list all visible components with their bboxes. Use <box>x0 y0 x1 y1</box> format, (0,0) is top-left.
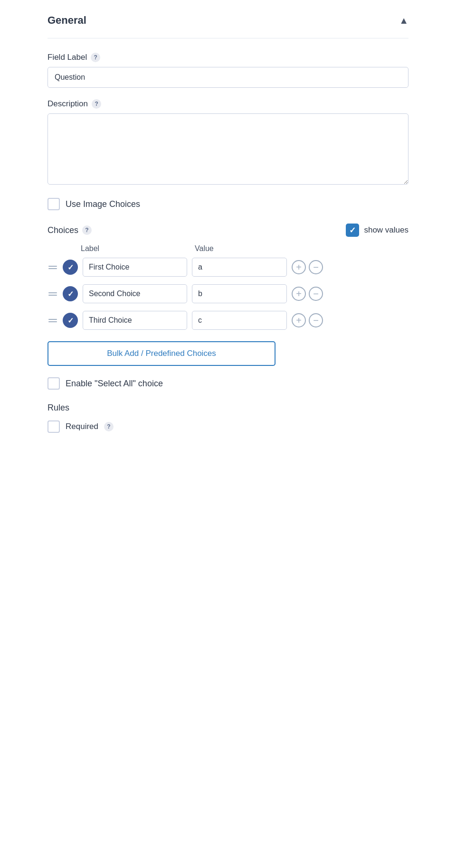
description-label-text: Description <box>48 99 88 109</box>
field-label-input[interactable] <box>48 67 408 88</box>
choice-row: + − <box>48 258 408 277</box>
description-header: Description ? <box>48 99 408 109</box>
choice-row: + − <box>48 311 408 330</box>
choice-check-icon-3[interactable] <box>63 313 78 328</box>
drag-handle-2[interactable] <box>48 290 58 298</box>
required-checkbox[interactable] <box>48 420 60 433</box>
section-title: General <box>48 14 86 27</box>
col-header-label: Label <box>81 244 190 253</box>
choice-label-input-2[interactable] <box>83 284 187 303</box>
collapse-icon[interactable]: ▲ <box>399 15 408 26</box>
choices-header: Choices ? show values <box>48 224 408 237</box>
field-label-group: Field Label ? <box>48 53 408 88</box>
rules-title: Rules <box>48 403 408 413</box>
rules-section: Rules Required ? <box>48 403 408 433</box>
choice-remove-button-2[interactable]: − <box>309 287 323 301</box>
required-help-icon[interactable]: ? <box>104 422 114 431</box>
choice-add-button-3[interactable]: + <box>292 313 306 327</box>
required-row: Required ? <box>48 420 408 433</box>
choice-check-icon-1[interactable] <box>63 260 78 275</box>
bulk-add-button[interactable]: Bulk Add / Predefined Choices <box>48 341 276 366</box>
use-image-choices-checkbox[interactable] <box>48 198 60 210</box>
section-header: General ▲ <box>48 14 408 38</box>
choices-help-icon[interactable]: ? <box>82 225 92 235</box>
drag-handle-3[interactable] <box>48 317 58 324</box>
choices-group: Choices ? show values Label Value + − <box>48 224 408 330</box>
use-image-choices-label: Use Image Choices <box>66 199 140 209</box>
enable-select-all-row: Enable "Select All" choice <box>48 377 408 390</box>
choice-add-button-1[interactable]: + <box>292 260 306 274</box>
show-values-group: show values <box>346 224 408 237</box>
choice-add-button-2[interactable]: + <box>292 287 306 301</box>
choice-actions-3: + − <box>292 313 323 327</box>
choice-label-input-3[interactable] <box>83 311 187 330</box>
choice-row: + − <box>48 284 408 303</box>
drag-handle-1[interactable] <box>48 264 58 271</box>
choices-label: Choices <box>48 225 78 235</box>
choice-value-input-1[interactable] <box>192 258 287 277</box>
field-label-text: Field Label <box>48 53 87 62</box>
choices-col-headers: Label Value <box>48 244 408 253</box>
choice-remove-button-1[interactable]: − <box>309 260 323 274</box>
field-label-header: Field Label ? <box>48 53 408 62</box>
choice-label-input-1[interactable] <box>83 258 187 277</box>
choice-remove-button-3[interactable]: − <box>309 313 323 327</box>
required-label: Required <box>66 422 98 431</box>
choice-actions-1: + − <box>292 260 323 274</box>
choices-label-group: Choices ? <box>48 225 92 235</box>
field-label-help-icon[interactable]: ? <box>91 53 100 62</box>
choice-check-icon-2[interactable] <box>63 286 78 301</box>
description-help-icon[interactable]: ? <box>92 99 101 109</box>
description-textarea[interactable] <box>48 113 408 185</box>
enable-select-all-label: Enable "Select All" choice <box>66 379 163 389</box>
col-header-value: Value <box>195 244 214 253</box>
choice-value-input-3[interactable] <box>192 311 287 330</box>
show-values-checkbox[interactable] <box>346 224 359 237</box>
show-values-label: show values <box>364 225 408 235</box>
choice-value-input-2[interactable] <box>192 284 287 303</box>
use-image-choices-row: Use Image Choices <box>48 198 408 210</box>
description-group: Description ? <box>48 99 408 187</box>
choice-actions-2: + − <box>292 287 323 301</box>
enable-select-all-checkbox[interactable] <box>48 377 60 390</box>
